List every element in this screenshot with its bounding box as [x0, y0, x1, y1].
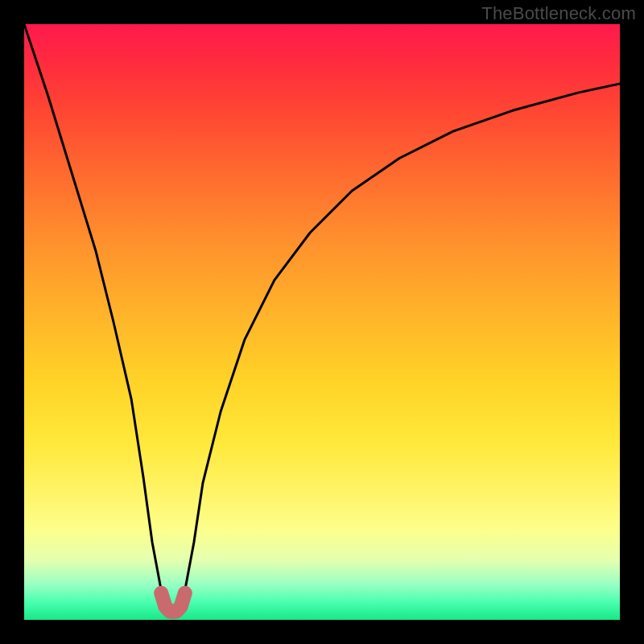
chart-frame: TheBottleneck.com: [0, 0, 644, 644]
bottleneck-curve: [24, 24, 620, 614]
plot-area: [24, 24, 620, 620]
watermark-text: TheBottleneck.com: [481, 3, 636, 24]
curve-layer: [24, 24, 620, 620]
highlight-segment: [161, 593, 185, 612]
